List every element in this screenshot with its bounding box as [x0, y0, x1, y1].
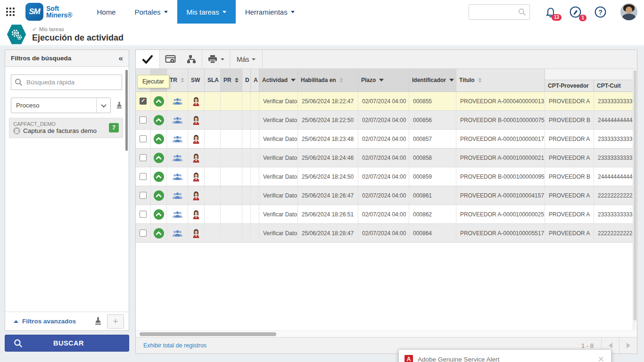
buscar-button[interactable]: BUSCAR [5, 335, 129, 352]
column-header-cpt-cuit[interactable]: CPT-Cuit [594, 80, 634, 91]
table-row[interactable]: Verificar Datos 25/06/2024 18:22:47 02/0… [136, 92, 634, 111]
column-header-tr[interactable]: TR [167, 69, 188, 91]
nav-item-portales[interactable]: Portales [125, 0, 177, 24]
cell-habilitada-en: 25/06/2024 18:28:47 [298, 224, 358, 242]
cell-cpt-cuit: 2444444444444 [594, 167, 634, 186]
table-header: TR SW SLA PR D A Actividad Habilitada en… [136, 69, 634, 92]
column-header-a[interactable]: A [251, 69, 259, 91]
quick-search [11, 74, 122, 90]
row-checkbox[interactable] [140, 154, 147, 161]
nav-item-home[interactable]: Home [87, 0, 125, 24]
workflow-button[interactable] [181, 50, 202, 68]
row-checkbox[interactable] [140, 173, 147, 180]
task-toolbar: Más [136, 50, 637, 69]
sidebar-scrollbar[interactable] [125, 70, 128, 151]
notifications-bell-button[interactable]: 13 [545, 6, 557, 18]
row-checkbox[interactable] [140, 116, 147, 123]
cell-identificador: 000861 [409, 186, 456, 205]
pending-signatures-button[interactable]: 1 [569, 6, 582, 18]
column-header-sw[interactable]: SW [188, 69, 205, 91]
buscar-button-label: BUSCAR [23, 339, 115, 347]
nav-item-herramientas[interactable]: Herramientas [236, 0, 304, 24]
cell-cpt-cuit: 2333333333333 [594, 205, 634, 223]
team-group-icon [172, 192, 183, 199]
process-select[interactable]: Proceso [11, 98, 111, 113]
table-body: Verificar Datos 25/06/2024 18:22:47 02/0… [136, 92, 634, 243]
priority-high-icon [154, 96, 164, 107]
cpt-column-group: CPT-Proveedor CPT-Cuit [545, 69, 634, 91]
row-checkbox[interactable] [140, 230, 147, 237]
cell-identificador: 000856 [409, 111, 456, 129]
table-row[interactable]: Verificar Datos 25/06/2024 18:26:51 02/0… [136, 205, 634, 224]
print-button[interactable] [202, 50, 230, 68]
cell-titulo: PROVEEDOR A-0000400000013 [456, 92, 545, 110]
app-grid-button[interactable] [0, 0, 21, 24]
cell-actividad: Verificar Datos [259, 130, 298, 148]
preview-button[interactable] [160, 50, 181, 68]
column-header-habilitada[interactable]: Habilitada en [298, 69, 358, 91]
row-checkbox[interactable] [140, 192, 147, 199]
column-header-actividad[interactable]: Actividad [259, 69, 298, 91]
row-checkbox[interactable] [140, 135, 147, 142]
search-icon [15, 78, 23, 86]
app-grid-icon [6, 8, 15, 16]
more-actions-button[interactable]: Más [230, 50, 262, 68]
row-checkbox[interactable] [140, 211, 147, 218]
cell-plazo: 02/07/2024 04:00 [358, 111, 409, 129]
table-row[interactable]: Verificar Datos 25/06/2024 18:24:46 02/0… [136, 148, 634, 167]
table-row[interactable]: Verificar Datos 25/06/2024 18:26:47 02/0… [136, 186, 634, 205]
column-header-titulo[interactable]: Título [456, 69, 545, 91]
check-icon: ✓ [32, 26, 37, 33]
cell-titulo: PROVEEDOR A-0000100000021 [456, 148, 545, 167]
triangle-up-icon [14, 320, 18, 323]
help-button[interactable]: ? [594, 6, 607, 18]
execute-button[interactable] [136, 50, 160, 68]
user-avatar[interactable] [620, 3, 637, 20]
quick-search-input[interactable] [11, 74, 122, 90]
breadcrumb[interactable]: ✓Mis tareas [32, 26, 124, 33]
brand-logo[interactable]: SM Soft Miners® [21, 0, 79, 24]
column-header-identificador[interactable]: Identificador [409, 69, 456, 91]
page-title: Ejecución de actividad [32, 33, 124, 43]
close-icon[interactable]: ✕ [597, 354, 605, 362]
chevron-down-icon [221, 58, 224, 60]
row-checkbox[interactable] [140, 98, 147, 105]
cell-habilitada-en: 25/06/2024 18:22:50 [298, 111, 358, 129]
advanced-filters-toggle[interactable]: Filtros avanzados [22, 318, 94, 325]
column-header-plazo[interactable]: Plazo [358, 69, 409, 91]
cell-cpt-proveedor: PROVEEDOR A [545, 148, 594, 167]
vertical-scrollbar-thumb[interactable] [634, 70, 636, 321]
table-row[interactable]: Verificar Datos 25/06/2024 18:23:48 02/0… [136, 130, 634, 148]
add-filter-button[interactable]: + [107, 314, 124, 329]
cell-titulo: PROVEEDOR A-0000100000025 [456, 205, 545, 223]
team-group-icon [172, 116, 183, 124]
horizontal-scrollbar-thumb[interactable] [140, 332, 276, 336]
clear-filter-icon[interactable] [94, 317, 102, 326]
column-header-sla[interactable]: SLA [205, 69, 221, 91]
cell-cpt-proveedor: PROVEEDOR B [545, 111, 594, 129]
assigned-user-icon [192, 134, 200, 144]
column-header-pr[interactable]: PR [221, 69, 242, 91]
table-row[interactable]: Verificar Datos 25/06/2024 18:28:47 02/0… [136, 224, 634, 243]
horizontal-scrollbar[interactable] [136, 330, 637, 337]
cell-cpt-proveedor: PROVEEDOR A [545, 130, 594, 148]
column-header-d[interactable]: D [242, 69, 251, 91]
table-row[interactable]: Verificar Datos 25/06/2024 18:24:50 02/0… [136, 167, 634, 186]
collapse-panel-icon[interactable]: « [119, 54, 123, 63]
cell-titulo: PROVEEDOR B-0000100000075 [456, 111, 545, 129]
cell-plazo: 02/07/2024 04:00 [358, 92, 409, 110]
table-row[interactable]: Verificar Datos 25/06/2024 18:22:50 02/0… [136, 111, 634, 130]
logo-mark-icon: SM [25, 3, 43, 21]
pen-badge: 1 [579, 15, 586, 21]
next-page-button[interactable] [619, 337, 637, 354]
cell-cpt-proveedor: PROVEEDOR A [545, 186, 594, 205]
cell-cpt-proveedor: PROVEEDOR A [545, 205, 594, 223]
cell-habilitada-en: 25/06/2024 18:24:50 [298, 167, 358, 186]
clear-filter-icon[interactable] [116, 100, 123, 111]
nav-item-mis-tareas[interactable]: Mis tareas [177, 0, 236, 24]
vertical-scrollbar[interactable] [633, 69, 637, 330]
question-mark-icon: ? [594, 6, 607, 18]
column-header-cpt-proveedor[interactable]: CPT-Proveedor [545, 80, 594, 91]
cell-identificador: 000864 [409, 224, 456, 242]
process-card-capfact-demo[interactable]: CAPFACT_DEMO Captura de facturas demo 7 [9, 118, 123, 138]
